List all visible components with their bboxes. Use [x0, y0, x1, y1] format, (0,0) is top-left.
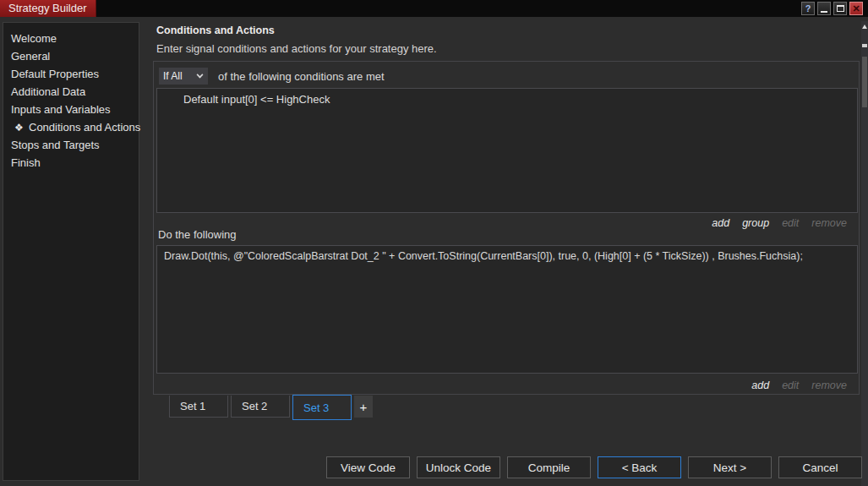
condition-match-suffix: of the following conditions are met	[218, 70, 385, 83]
scrollbar-mark	[862, 44, 867, 47]
maximize-button[interactable]	[833, 2, 847, 15]
condition-edit-link: edit	[782, 217, 799, 229]
actions-label: Do the following	[158, 228, 237, 241]
action-remove-link: remove	[811, 380, 847, 391]
conditions-list[interactable]: Default input[0] <= HighCheck	[156, 88, 858, 213]
window-controls: ? ✕	[801, 2, 863, 15]
sidebar-item-inputs-and-variables[interactable]: Inputs and Variables	[3, 101, 139, 118]
sidebar-item-general[interactable]: General	[3, 47, 139, 65]
cancel-button[interactable]: Cancel	[778, 456, 862, 478]
sidebar-item-conditions-and-actions[interactable]: ❖Conditions and Actions	[3, 118, 139, 136]
add-set-tab-button[interactable]: +	[354, 396, 373, 418]
condition-match-row: If All of the following conditions are m…	[159, 68, 385, 85]
sidebar-item-finish[interactable]: Finish	[3, 154, 139, 172]
view-code-button[interactable]: View Code	[326, 456, 410, 478]
chevron-down-icon	[197, 72, 204, 79]
tab-set-2[interactable]: Set 2	[231, 396, 290, 418]
minimize-button[interactable]	[817, 2, 831, 15]
close-icon: ✕	[852, 3, 860, 14]
title-bar: Strategy Builder ? ✕	[0, 0, 868, 17]
next-button[interactable]: Next >	[688, 456, 772, 478]
footer-buttons: View Code Unlock Code Compile < Back Nex…	[326, 456, 862, 478]
scroll-up-icon[interactable]	[862, 25, 867, 29]
action-add-link[interactable]: add	[751, 380, 769, 391]
condition-match-dropdown[interactable]: If All	[159, 68, 208, 85]
actions-list[interactable]: Draw.Dot(this, @"ColoredScalpBarstrat Do…	[156, 245, 858, 374]
tab-set-3[interactable]: Set 3	[292, 395, 352, 420]
sidebar-item-welcome[interactable]: Welcome	[3, 30, 139, 47]
sidebar-item-stops-and-targets[interactable]: Stops and Targets	[3, 136, 139, 154]
wizard-steps-sidebar: Welcome General Default Properties Addit…	[3, 22, 139, 481]
minimize-icon	[821, 11, 827, 13]
sidebar-item-additional-data[interactable]: Additional Data	[3, 83, 139, 101]
page-subtitle: Enter signal conditions and actions for …	[156, 42, 437, 55]
condition-item[interactable]: Default input[0] <= HighCheck	[157, 89, 857, 106]
maximize-icon	[837, 5, 844, 12]
action-links: add edit remove	[751, 380, 847, 391]
action-item[interactable]: Draw.Dot(this, @"ColoredScalpBarstrat Do…	[157, 246, 857, 262]
sidebar-item-default-properties[interactable]: Default Properties	[3, 65, 139, 83]
conditions-actions-panel: If All of the following conditions are m…	[153, 61, 860, 395]
action-edit-link: edit	[782, 380, 799, 391]
help-icon: ?	[805, 3, 811, 14]
condition-remove-link: remove	[811, 217, 847, 229]
scrollbar-thumb[interactable]	[862, 57, 867, 107]
condition-links: add group edit remove	[712, 217, 847, 229]
plus-icon: +	[360, 400, 368, 414]
condition-add-link[interactable]: add	[712, 217, 729, 229]
condition-group-link[interactable]: group	[742, 217, 769, 229]
back-button[interactable]: < Back	[598, 456, 681, 478]
vertical-scrollbar[interactable]	[861, 21, 868, 486]
close-button[interactable]: ✕	[849, 2, 863, 15]
window-title: Strategy Builder	[0, 0, 96, 17]
help-button[interactable]: ?	[801, 2, 815, 15]
tab-set-1[interactable]: Set 1	[169, 396, 228, 418]
compile-button[interactable]: Compile	[507, 456, 591, 478]
unlock-code-button[interactable]: Unlock Code	[417, 456, 500, 478]
page-title: Conditions and Actions	[156, 25, 275, 36]
condition-match-value: If All	[163, 70, 183, 82]
current-step-icon: ❖	[14, 119, 29, 137]
set-tabs: Set 1 Set 2 Set 3 +	[169, 396, 373, 420]
